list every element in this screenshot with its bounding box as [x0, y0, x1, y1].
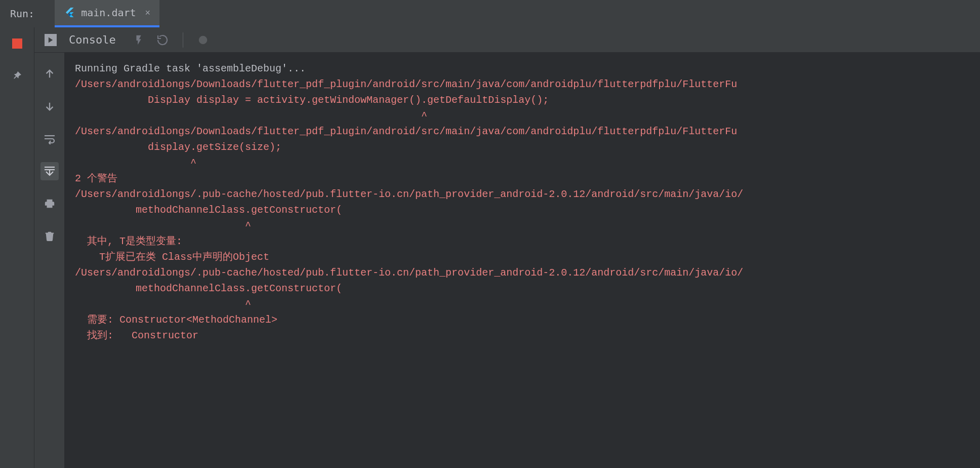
- console-line: /Users/androidlongs/Downloads/flutter_pd…: [75, 124, 970, 139]
- pin-icon[interactable]: [8, 67, 26, 85]
- output-area: Running Gradle task 'assembleDebug'.../U…: [34, 53, 980, 468]
- console-line: ^: [75, 296, 970, 312]
- arrow-up-icon[interactable]: [40, 65, 59, 83]
- run-panel-header: Run: main.dart ×: [0, 0, 980, 27]
- console-line: methodChannelClass.getConstructor(: [75, 281, 970, 296]
- console-line: /Users/androidlongs/.pub-cache/hosted/pu…: [75, 186, 970, 202]
- console-line: 找到: Constructor: [75, 328, 970, 343]
- console-line: 其中, T是类型变量:: [75, 233, 970, 249]
- console-line: ^: [75, 155, 970, 171]
- svg-point-0: [198, 35, 207, 44]
- console-output[interactable]: Running Gradle task 'assembleDebug'.../U…: [65, 53, 980, 468]
- expand-console-icon[interactable]: [45, 34, 57, 46]
- console-line: Running Gradle task 'assembleDebug'...: [75, 61, 970, 76]
- console-line: methodChannelClass.getConstructor(: [75, 202, 970, 218]
- trash-icon[interactable]: [40, 227, 59, 245]
- arrow-down-icon[interactable]: [40, 97, 59, 115]
- console-toolbar: Console: [34, 27, 980, 53]
- run-label: Run:: [10, 8, 34, 20]
- scroll-to-end-icon[interactable]: [40, 162, 59, 180]
- main-area: Console: [0, 27, 980, 468]
- console-line: display.getSize(size);: [75, 139, 970, 155]
- console-line: /Users/androidlongs/Downloads/flutter_pd…: [75, 76, 970, 92]
- output-toolbar: [34, 53, 65, 468]
- tab-label: main.dart: [81, 7, 136, 19]
- console-line: Display display = activity.getWindowMana…: [75, 92, 970, 108]
- console-line: T扩展已在类 Class中声明的Object: [75, 249, 970, 265]
- run-actions-toolbar: [0, 27, 34, 468]
- console-line: 需要: Constructor<MethodChannel>: [75, 312, 970, 328]
- console-line: 2 个警告: [75, 171, 970, 186]
- reload-icon[interactable]: [156, 34, 169, 46]
- console-line: /Users/androidlongs/.pub-cache/hosted/pu…: [75, 265, 970, 281]
- console-line: ^: [75, 218, 970, 233]
- flutter-icon: [64, 7, 76, 19]
- console-line: ^: [75, 108, 970, 124]
- divider: [183, 32, 183, 48]
- soft-wrap-icon[interactable]: [40, 130, 59, 148]
- run-config-tab[interactable]: main.dart ×: [55, 0, 159, 27]
- flash-icon[interactable]: [133, 34, 144, 46]
- content-column: Console: [34, 27, 980, 468]
- console-label: Console: [69, 33, 116, 46]
- print-icon[interactable]: [40, 194, 59, 213]
- devtools-icon[interactable]: [197, 34, 209, 46]
- stop-button[interactable]: [12, 38, 22, 49]
- close-icon[interactable]: ×: [145, 8, 151, 18]
